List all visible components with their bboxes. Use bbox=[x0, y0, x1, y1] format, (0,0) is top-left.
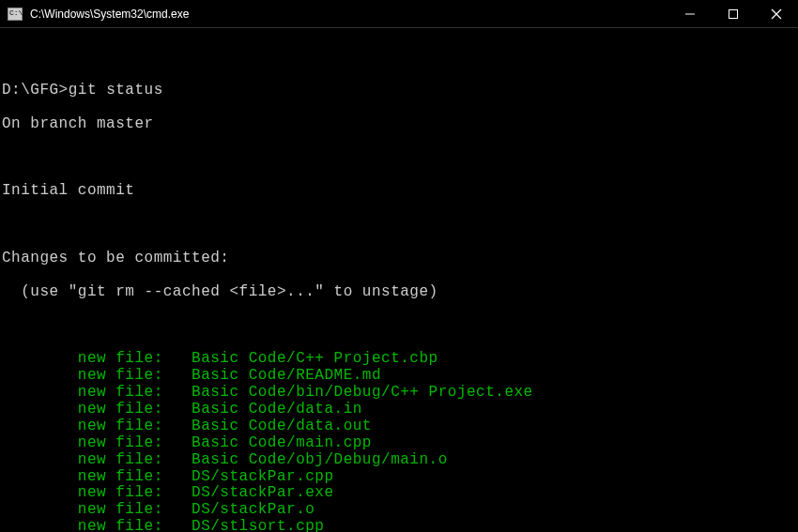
prompt-command: git status bbox=[69, 82, 163, 99]
maximize-icon bbox=[729, 9, 738, 19]
branch-line: On branch master bbox=[2, 116, 796, 133]
staged-files-list: new file: Basic Code/C++ Project.cbp new… bbox=[2, 351, 796, 532]
staged-file-row: new file: DS/stackPar.exe bbox=[2, 485, 796, 502]
unstage-hint-line: (use "git rm --cached <file>..." to unst… bbox=[2, 284, 796, 301]
close-icon bbox=[771, 8, 782, 20]
window-controls bbox=[668, 0, 798, 27]
staged-file-row: new file: Basic Code/bin/Debug/C++ Proje… bbox=[2, 385, 796, 402]
prompt-line: D:\GFG>git status bbox=[2, 83, 796, 99]
staged-file-row: new file: Basic Code/data.in bbox=[2, 402, 796, 418]
staged-file-row: new file: Basic Code/README.md bbox=[2, 368, 796, 385]
blank-line bbox=[2, 149, 796, 166]
staged-file-row: new file: DS/stackPar.cpp bbox=[2, 469, 796, 486]
cmd-icon: C:\ bbox=[8, 8, 23, 21]
terminal-output[interactable]: D:\GFG>git status On branch master Initi… bbox=[0, 28, 798, 532]
close-button[interactable] bbox=[755, 0, 798, 27]
changes-header-line: Changes to be committed: bbox=[2, 251, 796, 267]
window-title: C:\Windows\System32\cmd.exe bbox=[30, 8, 668, 21]
staged-file-row: new file: DS/stlsort.cpp bbox=[2, 519, 796, 532]
staged-file-row: new file: DS/stackPar.o bbox=[2, 502, 796, 519]
staged-file-row: new file: Basic Code/data.out bbox=[2, 418, 796, 435]
svg-rect-1 bbox=[729, 9, 738, 18]
minimize-button[interactable] bbox=[668, 0, 712, 27]
prompt-cwd: D:\GFG> bbox=[2, 82, 69, 99]
window-titlebar: C:\ C:\Windows\System32\cmd.exe bbox=[0, 0, 798, 28]
staged-file-row: new file: Basic Code/main.cpp bbox=[2, 435, 796, 452]
blank-line bbox=[2, 317, 796, 334]
blank-line bbox=[2, 217, 796, 234]
minimize-icon bbox=[685, 9, 695, 19]
blank-line bbox=[2, 49, 796, 66]
staged-file-row: new file: Basic Code/obj/Debug/main.o bbox=[2, 452, 796, 469]
staged-file-row: new file: Basic Code/C++ Project.cbp bbox=[2, 351, 796, 368]
initial-commit-line: Initial commit bbox=[2, 183, 796, 200]
maximize-button[interactable] bbox=[712, 0, 755, 27]
